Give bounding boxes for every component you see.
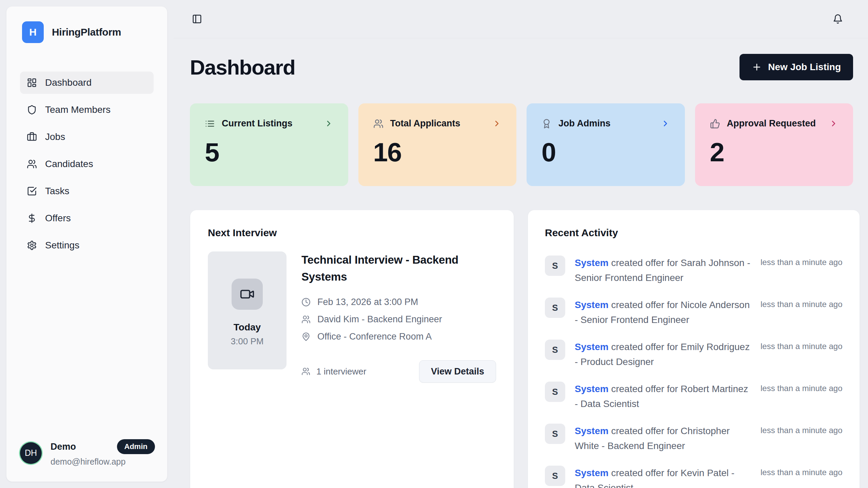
stat-label: Approval Requested (727, 118, 816, 129)
app-name: HiringPlatform (52, 26, 121, 38)
interview-datetime-row: Feb 13, 2026 at 3:00 PM (301, 297, 496, 307)
stat-card-total-applicants[interactable]: Total Applicants 16 (358, 103, 517, 186)
list-icon (205, 119, 215, 129)
activity-list: S System created offer for Sarah Johnson… (545, 256, 843, 488)
avatar: DH (20, 442, 42, 464)
activity-text: System created offer for Kevin Patel - D… (575, 466, 751, 488)
interview-body: Today 3:00 PM Technical Interview - Back… (208, 251, 496, 383)
activity-text: System created offer for Emily Rodriguez… (575, 340, 751, 369)
sidebar-item-label: Team Members (45, 104, 111, 115)
topbar (174, 0, 868, 38)
activity-timestamp: less than a minute ago (761, 382, 843, 393)
activity-item: S System created offer for Robert Martin… (545, 382, 843, 411)
schedule-time: 3:00 PM (231, 336, 264, 347)
interviewer-count-label: 1 interviewer (316, 366, 366, 377)
interview-candidate: David Kim - Backend Engineer (317, 314, 442, 325)
new-job-listing-button[interactable]: New Job Listing (739, 54, 853, 80)
page-header: Dashboard New Job Listing (190, 54, 853, 80)
user-email: demo@hireflow.app (51, 457, 155, 467)
sidebar-toggle-button[interactable] (192, 14, 202, 24)
activity-actor: System (575, 258, 609, 268)
next-interview-card: Next Interview Today 3:00 PM Technical I… (190, 210, 514, 488)
activity-actor: System (575, 300, 609, 310)
schedule-day: Today (234, 322, 261, 333)
interview-candidate-row: David Kim - Backend Engineer (301, 314, 496, 325)
chevron-right-icon (829, 119, 838, 128)
activity-text: System created offer for Robert Martinez… (575, 382, 751, 411)
map-pin-icon (301, 332, 311, 341)
activity-text: System created offer for Nicole Anderson… (575, 298, 751, 327)
activity-avatar: S (545, 340, 565, 360)
briefcase-icon (27, 132, 37, 142)
app-logo: H (22, 21, 44, 43)
thumbs-up-icon (710, 119, 720, 129)
activity-actor: System (575, 426, 609, 436)
interview-footer: 1 interviewer View Details (301, 360, 496, 383)
sidebar-item-label: Candidates (45, 159, 93, 169)
award-icon (541, 119, 552, 129)
recent-activity-title: Recent Activity (545, 227, 843, 239)
brand: H HiringPlatform (6, 6, 167, 43)
activity-item: S System created offer for Sarah Johnson… (545, 256, 843, 285)
sidebar-item-label: Tasks (45, 186, 70, 197)
sidebar-item-jobs[interactable]: Jobs (20, 126, 154, 148)
user-meta: Demo Admin demo@hireflow.app (51, 439, 155, 467)
interview-datetime: Feb 13, 2026 at 3:00 PM (317, 297, 418, 307)
activity-timestamp: less than a minute ago (761, 340, 843, 351)
activity-timestamp: less than a minute ago (761, 256, 843, 267)
sidebar-item-candidates[interactable]: Candidates (20, 153, 154, 175)
users-icon (27, 159, 37, 169)
notifications-button[interactable] (833, 14, 843, 24)
stat-label: Job Admins (558, 118, 611, 129)
sidebar-item-settings[interactable]: Settings (20, 234, 154, 257)
chevron-right-icon (661, 119, 670, 128)
sidebar-item-label: Offers (45, 213, 71, 224)
sidebar-item-label: Jobs (45, 131, 65, 142)
activity-avatar: S (545, 298, 565, 318)
recent-activity-card: Recent Activity S System created offer f… (528, 210, 860, 488)
stat-card-job-admins[interactable]: Job Admins 0 (527, 103, 685, 186)
stat-value: 5 (205, 137, 333, 168)
activity-timestamp: less than a minute ago (761, 466, 843, 477)
chevron-right-icon (492, 119, 501, 128)
users-icon (301, 367, 310, 376)
stat-label: Total Applicants (390, 118, 460, 129)
interview-title: Technical Interview - Backend Systems (301, 251, 464, 285)
stat-card-approval-requested[interactable]: Approval Requested 2 (695, 103, 853, 186)
user-card[interactable]: DH Demo Admin demo@hireflow.app (6, 439, 167, 482)
activity-actor: System (575, 468, 609, 478)
sidebar: H HiringPlatform Dashboard Team Members … (6, 6, 167, 482)
video-camera-icon (240, 287, 255, 302)
activity-avatar: S (545, 466, 565, 486)
view-details-button[interactable]: View Details (419, 360, 496, 383)
role-badge: Admin (117, 439, 155, 454)
interview-details: Feb 13, 2026 at 3:00 PM David Kim - Back… (301, 290, 496, 342)
activity-text: System created offer for Sarah Johnson -… (575, 256, 751, 285)
activity-text: System created offer for Christopher Whi… (575, 424, 751, 453)
interview-location-row: Office - Conference Room A (301, 331, 496, 342)
bell-icon (833, 14, 843, 24)
layout-dashboard-icon (27, 78, 37, 88)
user-name: Demo (51, 442, 76, 452)
sidebar-item-offers[interactable]: Offers (20, 207, 154, 229)
main-content: Dashboard New Job Listing Current Listin… (174, 38, 868, 488)
page-title: Dashboard (190, 55, 295, 79)
sidebar-item-label: Settings (45, 240, 79, 251)
activity-avatar: S (545, 256, 565, 276)
interview-info: Technical Interview - Backend Systems Fe… (301, 251, 496, 383)
activity-item: S System created offer for Kevin Patel -… (545, 466, 843, 488)
stat-card-current-listings[interactable]: Current Listings 5 (190, 103, 348, 186)
users-icon (301, 315, 311, 324)
activity-actor: System (575, 342, 609, 352)
plus-icon (752, 62, 762, 72)
activity-item: S System created offer for Christopher W… (545, 424, 843, 453)
activity-timestamp: less than a minute ago (761, 298, 843, 309)
sidebar-item-team-members[interactable]: Team Members (20, 99, 154, 121)
sidebar-item-tasks[interactable]: Tasks (20, 180, 154, 202)
activity-item: S System created offer for Emily Rodrigu… (545, 340, 843, 369)
sidebar-nav: Dashboard Team Members Jobs Candidates T… (6, 72, 167, 257)
panel-left-icon (192, 14, 202, 24)
content-row: Next Interview Today 3:00 PM Technical I… (190, 210, 853, 488)
activity-timestamp: less than a minute ago (761, 424, 843, 435)
sidebar-item-dashboard[interactable]: Dashboard (20, 72, 154, 94)
